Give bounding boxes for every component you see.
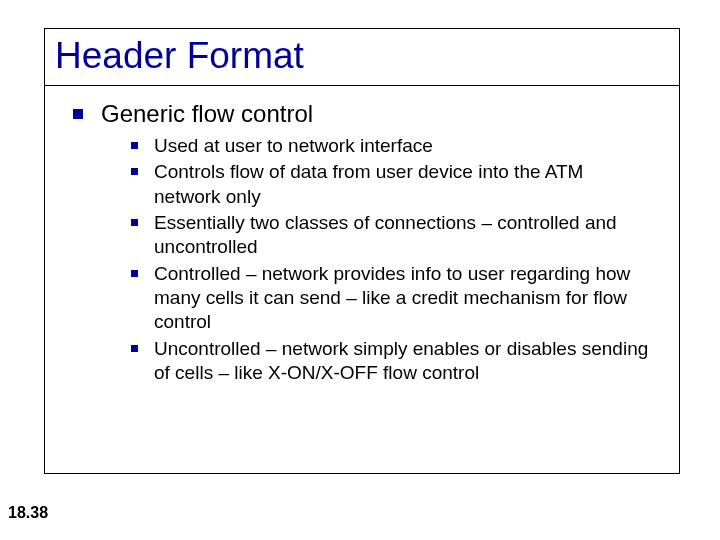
level2-list: Used at user to network interface Contro…: [73, 134, 663, 385]
square-bullet-icon: [131, 168, 138, 175]
square-bullet-icon: [131, 270, 138, 277]
square-bullet-icon: [73, 109, 83, 119]
bullet-level2: Used at user to network interface: [131, 134, 655, 158]
level2-text: Used at user to network interface: [154, 134, 433, 158]
level2-text: Controls flow of data from user device i…: [154, 160, 655, 209]
square-bullet-icon: [131, 345, 138, 352]
level1-text: Generic flow control: [101, 100, 313, 128]
level2-text: Controlled – network provides info to us…: [154, 262, 655, 335]
level2-text: Uncontrolled – network simply enables or…: [154, 337, 655, 386]
bullet-level2: Controls flow of data from user device i…: [131, 160, 655, 209]
level2-text: Essentially two classes of connections –…: [154, 211, 655, 260]
body-container: Generic flow control Used at user to net…: [45, 86, 679, 397]
title-container: Header Format: [45, 29, 679, 86]
bullet-level2: Controlled – network provides info to us…: [131, 262, 655, 335]
slide-frame: Header Format Generic flow control Used …: [44, 28, 680, 474]
square-bullet-icon: [131, 142, 138, 149]
slide-number: 18.38: [8, 504, 48, 522]
bullet-level1: Generic flow control: [73, 100, 663, 128]
bullet-level2: Uncontrolled – network simply enables or…: [131, 337, 655, 386]
slide-title: Header Format: [55, 35, 667, 77]
square-bullet-icon: [131, 219, 138, 226]
bullet-level2: Essentially two classes of connections –…: [131, 211, 655, 260]
